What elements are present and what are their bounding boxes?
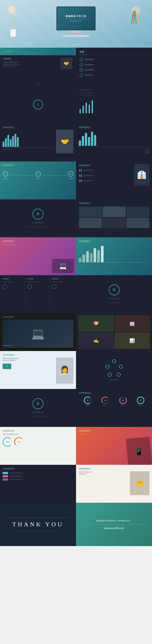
lightphoto-text: 添加文字内容添加文字内容添加文字内容添加文字 bbox=[3, 358, 54, 362]
numlist-title: 添加标题内容 bbox=[79, 164, 132, 167]
slide-case-study: 成功案例展示 bbox=[76, 199, 152, 237]
slide-row-11: 添加标题内容 添加文字内容添加文字内容 75% 60% 添加标题内容 添加文字内… bbox=[0, 427, 152, 465]
contents-item-4: 04 添加标题内容 bbox=[79, 74, 149, 77]
col3-text: 添加文字内容添加文字 bbox=[52, 281, 73, 283]
col1-title: 添加标题 bbox=[3, 278, 24, 280]
decorative-pencils bbox=[130, 6, 143, 28]
slide-barchart-2: 添加标题内容 + bbox=[76, 124, 152, 162]
section3-circle: B bbox=[33, 398, 43, 409]
donutlight-text: 添加文字内容添加文字内容 bbox=[3, 434, 73, 435]
section-text: 添加文字内容添加文字内容添加文字内容添加文字 bbox=[79, 92, 149, 96]
slide-laptop-photo: 添加标题内容 💻 添加文字内容 bbox=[0, 313, 76, 351]
barchart2-title: 添加标题内容 bbox=[79, 126, 149, 129]
slide-teal-bars: 全年数据展示 bbox=[76, 237, 152, 275]
slide-row-8: 添加标题内容 💻 添加文字内容 🌄 🏢 ✍️ 📊 bbox=[0, 313, 152, 351]
cover-slide: 高端商务工作汇报 添加副标题文字内容 笔鸟图库 bbox=[0, 0, 152, 48]
section-02-text: 添加文字内容添加文字内容添加文字 bbox=[23, 226, 53, 228]
section-circle: B bbox=[33, 209, 43, 220]
slide-row-13: THANK YOU 更多精品PPT资源尽在—sucai999.com！ www.… bbox=[0, 503, 152, 546]
slide-row-3: 添加标题内容 添加文字内容 🤝 添加标题内 bbox=[0, 124, 152, 162]
slide-row-4: 添加标题内容 01 添加标题 02 添加标题 03 添加标题 添加标题内容 01 bbox=[0, 162, 152, 199]
numlist-item-1: 01 添加标题内容文字 bbox=[79, 168, 132, 172]
section3-label: 04 添加标题内容 bbox=[32, 411, 44, 414]
col1-text: 添加文字内容添加文字 bbox=[3, 281, 24, 283]
slide-row-5: B 02 添加标题内容 添加文字内容添加文字内容添加文字 成功案例展示 bbox=[0, 199, 152, 237]
donutlight-title: 添加标题内容 bbox=[3, 430, 73, 432]
slide-row-9: 添加标题内容 添加文字内容添加文字内容添加文字内容添加文字 详情 👩‍💼 bbox=[0, 351, 152, 389]
darkcontent-item1: 添加文字内容添加文字 bbox=[3, 472, 73, 474]
slide-row-7: 添加标题 添加文字内容添加文字 添加标题 添加文字内容添加文字 添加标题 添加文… bbox=[0, 275, 152, 313]
darkcontent-item3: 添加文字内容添加文字 bbox=[3, 478, 73, 480]
preface-title: 添加标题 bbox=[3, 58, 58, 60]
col2-text: 添加文字内容添加文字 bbox=[27, 281, 49, 283]
slide-circle-section: B 02 添加标题内容 添加文字内容添加文字内容添加文字 bbox=[0, 199, 76, 237]
contents-item-1: 01 添加标题内容 bbox=[79, 58, 149, 61]
slide-row-2: ‹ 01 添加标题内容 添加文字内容添加文字内容添加文字内容添加文字 bbox=[0, 86, 152, 124]
donut-value-2: 60 bbox=[101, 396, 109, 404]
slide-preface: 01 PREFACE 添加标题 添加文字内容添加文字内容添加文字内容添加文字内容… bbox=[0, 48, 76, 86]
numlist-item-2: 02 添加标题内容文字 bbox=[79, 174, 132, 177]
cover-watermark: 笔鸟图库 bbox=[72, 44, 80, 46]
numlist-item-3: 03 添加标题内容文字 bbox=[79, 179, 132, 182]
section-02-label: 02 添加标题内容 bbox=[32, 222, 44, 224]
tablet-title: 添加标题内容 bbox=[79, 430, 149, 432]
slide-dark-content: 添加标题内容 添加文字内容添加文字 添加文字内容添加文字 添加文字内容添加文字 bbox=[0, 465, 76, 503]
slide-hands-content: 添加标题内容 添加文字内容添加文字内容添加文字 🤲 bbox=[76, 465, 152, 503]
col2-title: 添加标题 bbox=[27, 278, 49, 280]
slide-photo-gallery: 🌄 🏢 ✍️ 📊 bbox=[76, 313, 152, 351]
slide-gradient-1: 添加标题内容 添加文字内容添加文字 💻 bbox=[0, 237, 76, 275]
slide-nav: ‹ bbox=[0, 86, 76, 124]
gradient1-title: 添加标题内容 bbox=[3, 240, 73, 243]
decorative-plant bbox=[7, 4, 20, 30]
slide-pentagon: 添加标题内容 bbox=[76, 351, 152, 389]
monitor: 高端商务工作汇报 添加副标题文字内容 bbox=[56, 6, 96, 37]
slide-teal-timeline: 添加标题内容 01 添加标题 02 添加标题 03 添加标题 bbox=[0, 162, 76, 199]
slide-row-6: 添加标题内容 添加文字内容添加文字 💻 全年数据展示 bbox=[0, 237, 152, 275]
contents-subtitle: CONTENTS bbox=[79, 54, 149, 56]
preface-text: 添加文字内容添加文字内容添加文字内容添加文字内容添加文字内容添加文字 bbox=[3, 61, 58, 68]
darkcontent-title: 添加标题内容 bbox=[3, 468, 73, 470]
donut-value-3: 80 bbox=[119, 396, 127, 404]
slide-ad: 更多精品PPT资源尽在—sucai999.com！ www.sucai99.co… bbox=[76, 503, 152, 546]
pentagon-text: 添加标题内容 bbox=[110, 379, 119, 381]
section3-text: 添加文字内容添加文字内容 bbox=[26, 416, 50, 418]
timeline-title: 添加标题内容 bbox=[3, 164, 73, 167]
barchart1-label: 添加文字内容 bbox=[3, 149, 55, 150]
tablet-text: 添加文字内容 bbox=[79, 434, 149, 435]
donut-title: 添加标题内容 bbox=[79, 392, 149, 394]
slide-barchart-1: 添加标题内容 添加文字内容 🤝 bbox=[0, 124, 76, 162]
slide-row-12: 添加标题内容 添加文字内容添加文字 添加文字内容添加文字 添加文字内容添加文字 … bbox=[0, 465, 152, 503]
slide-numbered-list: 添加标题内容 01 添加标题内容文字 02 添加标题内容文字 03 添加标题内容… bbox=[76, 162, 152, 199]
nav-arrow-left[interactable]: ‹ bbox=[33, 100, 43, 110]
slide-donut-charts: 添加标题内容 45 添加文字 60 添加文字 80 添加文字 95 添加文字 bbox=[76, 389, 152, 427]
contents-title: 目录 bbox=[79, 50, 149, 54]
preface-label: 01 PREFACE bbox=[3, 51, 12, 52]
slide-row-10: B 04 添加标题内容 添加文字内容添加文字内容 添加标题内容 45 添加文字 … bbox=[0, 389, 152, 427]
slide-circle-section-2: B 01 添加标题内容 添加文字内容添加文字内容 bbox=[76, 275, 152, 313]
section2-label: 01 添加标题内容 bbox=[109, 298, 120, 300]
section2-circle: B bbox=[109, 284, 120, 295]
tealbars-title: 全年数据展示 bbox=[79, 240, 149, 243]
slide-donut-light: 添加标题内容 添加文字内容添加文字内容 75% 60% bbox=[0, 427, 76, 465]
ad-line1: 更多精品PPT资源尽在—sucai999.com！ bbox=[93, 520, 135, 522]
slide-thankyou: THANK YOU bbox=[0, 503, 76, 546]
contents-item-2: 02 添加标题内容 bbox=[79, 63, 149, 66]
slide-row-1: 01 PREFACE 添加标题 添加文字内容添加文字内容添加文字内容添加文字内容… bbox=[0, 48, 152, 86]
gradient1-text: 添加文字内容添加文字 bbox=[3, 244, 73, 246]
darkcontent-item2: 添加文字内容添加文字 bbox=[3, 475, 73, 477]
hands-title: 添加标题内容 bbox=[79, 468, 149, 470]
slide-watermark: 笔鸟图库 bbox=[35, 83, 41, 85]
hands-text: 添加文字内容添加文字内容添加文字 bbox=[79, 471, 128, 475]
section2-text: 添加文字内容添加文字内容 bbox=[102, 302, 126, 304]
laptop-title: 添加标题内容 bbox=[3, 316, 73, 318]
ad-line2: www.sucai99.com bbox=[104, 527, 124, 529]
thankyou-text: THANK YOU bbox=[12, 521, 64, 528]
lightphoto-title: 添加标题内容 bbox=[3, 354, 73, 356]
donut-value-4: 95 bbox=[137, 396, 144, 404]
slide-orange-tablet: 添加标题内容 添加文字内容 📱 bbox=[76, 427, 152, 465]
slide-circle-section-3: B 04 添加标题内容 添加文字内容添加文字内容 bbox=[0, 389, 76, 427]
contents-item-3: 03 添加标题内容 bbox=[79, 68, 149, 72]
donut-value-1: 45 bbox=[84, 396, 91, 404]
casestudy-title: 成功案例展示 bbox=[79, 202, 149, 205]
slide-contents: 目录 CONTENTS 01 添加标题内容 02 添加标题内容 03 添加标题内… bbox=[76, 48, 152, 86]
